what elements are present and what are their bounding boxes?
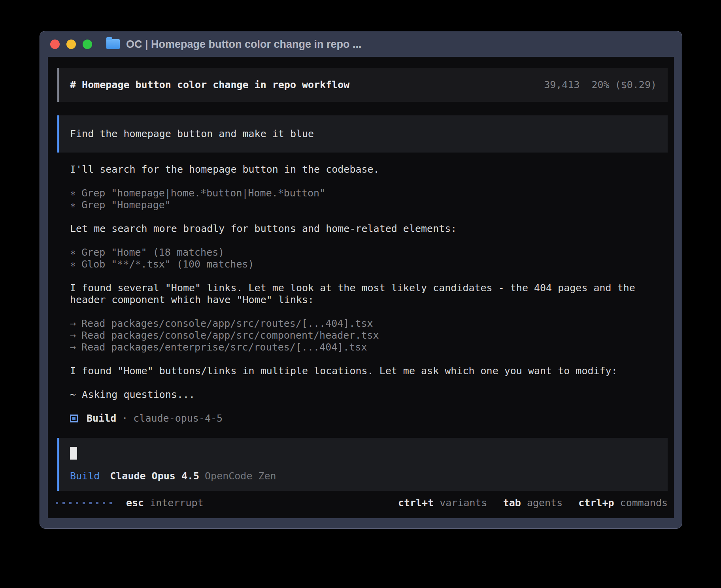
tool-call-glob: ∗Glob "**/*.tsx" (100 matches) — [70, 258, 668, 270]
terminal-window: OC | Homepage button color change in rep… — [40, 31, 682, 529]
model-line: BuildClaude Opus 4.5OpenCode Zen — [70, 470, 657, 482]
session-title: # Homepage button color change in repo w… — [70, 79, 349, 91]
tool-call-group: ∗Grep "homepage|home.*button|Home.*butto… — [70, 187, 668, 211]
agent-name: Build — [87, 413, 116, 424]
conversation: I'll search for the homepage button in t… — [57, 164, 668, 424]
asterisk-icon: ∗ — [70, 187, 76, 199]
session-header: # Homepage button color change in repo w… — [57, 68, 668, 102]
spinner-dots — [56, 502, 112, 504]
agent-indicator: Build · claude-opus-4-5 — [70, 413, 668, 424]
user-message-text: Find the homepage button and make it blu… — [70, 128, 314, 139]
token-count: 39,413 — [544, 79, 579, 90]
tool-call-read: →Read packages/enterprise/src/routes/[..… — [70, 341, 668, 353]
asterisk-icon: ∗ — [70, 247, 76, 258]
window-title: OC | Homepage button color change in rep… — [126, 38, 362, 50]
zoom-button[interactable] — [83, 40, 92, 49]
assistant-paragraph: I found several "Home" links. Let me loo… — [70, 282, 668, 306]
minimize-button[interactable] — [66, 40, 76, 49]
tool-call-grep: ∗Grep "Homepage" — [70, 199, 668, 211]
hint-agents: tab agents — [503, 497, 563, 509]
folder-icon — [106, 39, 120, 49]
dot-separator: · — [122, 413, 128, 424]
session-cost: ($0.29) — [615, 79, 657, 90]
user-message: Find the homepage button and make it blu… — [57, 115, 668, 153]
assistant-text: header component which have "Home" links… — [70, 294, 668, 306]
tool-call-read: →Read packages/console/app/src/component… — [70, 330, 668, 341]
agent-model: claude-opus-4-5 — [133, 413, 223, 424]
hint-commands: ctrl+p commands — [578, 497, 668, 509]
traffic-lights — [50, 40, 92, 49]
assistant-text: I found several "Home" links. Let me loo… — [70, 282, 668, 294]
titlebar[interactable]: OC | Homepage button color change in rep… — [40, 31, 682, 57]
text-cursor — [70, 447, 77, 460]
assistant-text: I found "Home" buttons/links in multiple… — [70, 365, 668, 377]
close-button[interactable] — [50, 40, 60, 49]
assistant-status-text: ~ Asking questions... — [70, 389, 668, 401]
input-model-label: Claude Opus 4.5 — [110, 470, 199, 482]
assistant-text: Let me search more broadly for buttons a… — [70, 223, 668, 235]
status-bar: esc interrupt ctrl+t variants tab agents… — [57, 497, 668, 509]
agent-square-icon — [70, 415, 78, 422]
hint-variants: ctrl+t variants — [398, 497, 487, 509]
terminal-content: # Homepage button color change in repo w… — [48, 57, 674, 518]
hint-interrupt: esc interrupt — [126, 497, 204, 509]
tool-call-read: →Read packages/console/app/src/routes/[.… — [70, 318, 668, 330]
asterisk-icon: ∗ — [70, 199, 76, 211]
arrow-right-icon: → — [70, 318, 76, 330]
arrow-right-icon: → — [70, 341, 76, 353]
context-percent: 20% — [591, 79, 609, 90]
input-agent-label[interactable]: Build — [70, 470, 100, 482]
assistant-text: I'll search for the homepage button in t… — [70, 164, 668, 175]
arrow-right-icon: → — [70, 330, 76, 341]
prompt-input[interactable]: BuildClaude Opus 4.5OpenCode Zen — [57, 438, 668, 491]
tool-call-group: ∗Grep "Home" (18 matches) ∗Glob "**/*.ts… — [70, 247, 668, 270]
input-line[interactable] — [70, 447, 657, 460]
session-stats: 39,41320%($0.29) — [544, 79, 657, 91]
tool-call-grep: ∗Grep "Home" (18 matches) — [70, 247, 668, 258]
tool-call-group: →Read packages/console/app/src/routes/[.… — [70, 318, 668, 353]
input-provider-label: OpenCode Zen — [205, 470, 276, 482]
asterisk-icon: ∗ — [70, 258, 76, 270]
tool-call-grep: ∗Grep "homepage|home.*button|Home.*butto… — [70, 187, 668, 199]
